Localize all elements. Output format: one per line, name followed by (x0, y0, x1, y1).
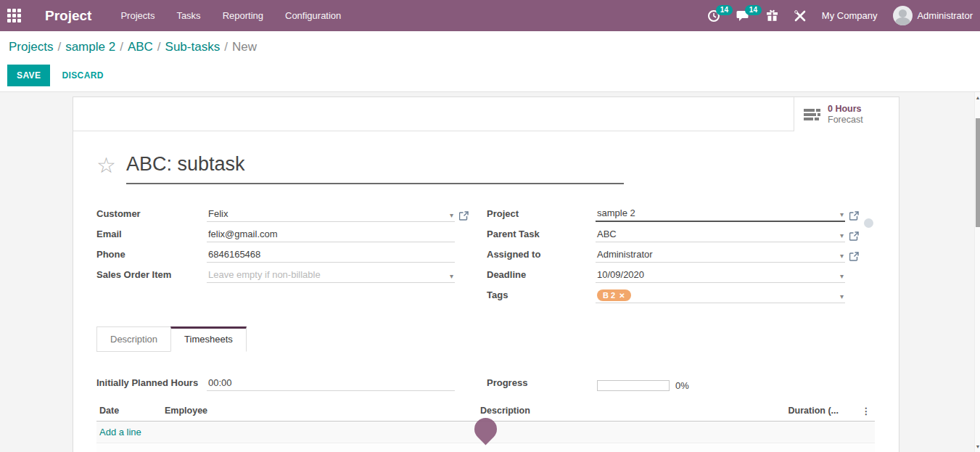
field-label: Assigned to (487, 249, 596, 263)
notebook-tabs: Description Timesheets (96, 326, 873, 352)
tools-icon (794, 10, 806, 22)
discard-button[interactable]: DISCARD (62, 70, 103, 81)
field-assigned-to: Assigned to Administrator ▾ (487, 242, 861, 263)
dropdown-caret-icon[interactable]: ▾ (840, 292, 844, 300)
tab-timesheets[interactable]: Timesheets (170, 326, 247, 352)
field-label: Sales Order Item (96, 269, 207, 283)
button-box: 0 Hours Forecast (73, 97, 899, 131)
dropdown-caret-icon[interactable]: ▾ (840, 252, 844, 260)
parent-task-input[interactable]: ABC ▾ (596, 229, 845, 242)
parent-task-value: ABC (597, 229, 617, 239)
field-sales-order-item: Sales Order Item Leave empty if non-bill… (96, 263, 471, 283)
gift-icon (766, 9, 778, 22)
add-a-line-link[interactable]: Add a line (99, 427, 141, 437)
field-progress: Progress 0% (487, 371, 861, 391)
forecast-unit: Hours (835, 104, 861, 114)
forecast-value: 0 (828, 104, 833, 114)
favorite-star-icon[interactable]: ☆ (96, 153, 116, 178)
tags-input[interactable]: B 2 ✕ ▾ (596, 289, 845, 303)
breadcrumb: Projects/sample 2/ABC/Sub-tasks/New (9, 40, 257, 54)
field-parent-task: Parent Task ABC ▾ (487, 222, 861, 242)
tag-remove-icon[interactable]: ✕ (619, 292, 625, 300)
rewards-button[interactable] (766, 9, 778, 22)
tag-label: B 2 (603, 291, 615, 300)
col-header-date[interactable]: Date (96, 406, 162, 416)
top-navbar: Project Projects Tasks Reporting Configu… (0, 0, 980, 31)
kanban-state-dot[interactable] (864, 218, 873, 228)
assigned-to-input[interactable]: Administrator ▾ (596, 249, 845, 263)
breadcrumb-separator: / (53, 40, 65, 54)
scrollbar-thumb[interactable] (976, 118, 980, 227)
breadcrumb-subtasks[interactable]: Sub-tasks (165, 40, 221, 54)
breadcrumb-abc[interactable]: ABC (128, 40, 153, 54)
dropdown-caret-icon[interactable]: ▾ (450, 211, 453, 219)
app-title: Project (45, 8, 91, 24)
menu-reporting[interactable]: Reporting (223, 10, 263, 21)
message-badge: 14 (745, 5, 762, 15)
email-value: felix@gmail.com (208, 229, 278, 239)
field-project: Project sample 2 ▾ (487, 202, 861, 222)
form-sheet: 0 Hours Forecast ☆ ABC: subtask Customer… (73, 96, 899, 452)
dropdown-caret-icon[interactable]: ▾ (450, 272, 453, 280)
company-switcher[interactable]: My Company (822, 10, 878, 21)
menu-tasks[interactable]: Tasks (176, 10, 200, 21)
field-label: Project (487, 208, 596, 222)
breadcrumb-sample2[interactable]: sample 2 (65, 40, 115, 54)
email-input[interactable]: felix@gmail.com (207, 229, 455, 242)
task-title-field[interactable]: ABC: subtask (126, 153, 624, 184)
messages-button[interactable]: 14 (736, 9, 750, 22)
deadline-input[interactable]: 10/09/2020 ▾ (596, 269, 845, 283)
breadcrumb-current: New (232, 40, 257, 54)
dropdown-caret-icon[interactable]: ▾ (840, 231, 844, 239)
customer-input[interactable]: Felix ▾ (207, 208, 455, 222)
user-name: Administrator (917, 10, 973, 21)
customer-external-link-icon[interactable] (459, 211, 471, 221)
save-button[interactable]: SAVE (7, 65, 50, 86)
field-label: Deadline (487, 269, 596, 283)
dropdown-caret-icon[interactable]: ▾ (840, 272, 844, 280)
phone-value: 6846165468 (208, 249, 260, 260)
project-external-link-icon[interactable] (849, 211, 861, 221)
planned-hours-input[interactable]: 00:00 (207, 377, 455, 391)
field-planned-hours: Initially Planned Hours 00:00 (96, 371, 471, 391)
user-menu[interactable]: Administrator (893, 6, 973, 25)
task-title: ABC: subtask (126, 153, 245, 175)
forecast-stat-button[interactable]: 0 Hours Forecast (794, 97, 899, 131)
parent-task-external-link-icon[interactable] (849, 231, 861, 241)
dropdown-caret-icon[interactable]: ▾ (840, 210, 844, 218)
field-label: Phone (96, 249, 207, 263)
apps-menu-icon[interactable] (7, 9, 22, 23)
scroll-up-icon[interactable]: ▲ (975, 95, 980, 100)
deadline-value: 10/09/2020 (597, 269, 644, 280)
progress-percent: 0% (675, 380, 689, 391)
col-header-employee[interactable]: Employee (162, 406, 477, 416)
field-label: Progress (487, 377, 597, 391)
optional-columns-icon[interactable]: ⋮ (844, 406, 875, 416)
tab-description[interactable]: Description (96, 326, 171, 352)
field-label: Tags (487, 289, 596, 303)
field-email: Email felix@gmail.com (96, 222, 471, 242)
menu-configuration[interactable]: Configuration (285, 10, 341, 21)
field-label: Initially Planned Hours (96, 377, 207, 391)
sales-order-item-input[interactable]: Leave empty if non-billable ▾ (207, 269, 455, 283)
developer-tools-button[interactable] (794, 10, 806, 22)
planned-hours-value: 00:00 (208, 377, 232, 388)
project-value: sample 2 (597, 207, 635, 218)
forecast-list-icon (803, 107, 822, 122)
scroll-down-icon[interactable]: ▼ (975, 444, 980, 449)
menu-projects[interactable]: Projects (120, 10, 155, 21)
tag-b2[interactable]: B 2 ✕ (597, 289, 631, 301)
phone-input[interactable]: 6846165468 (207, 249, 455, 263)
progress-bar (597, 380, 670, 391)
user-avatar (893, 6, 913, 25)
sales-order-item-placeholder: Leave empty if non-billable (208, 269, 321, 280)
assigned-to-external-link-icon[interactable] (849, 252, 861, 261)
customer-value: Felix (208, 208, 228, 219)
col-header-duration[interactable]: Duration (... (759, 406, 844, 416)
col-header-description[interactable]: Description (477, 406, 759, 416)
breadcrumb-projects[interactable]: Projects (9, 40, 53, 54)
forecast-label: Forecast (828, 115, 863, 125)
project-input[interactable]: sample 2 ▾ (596, 207, 845, 222)
page-scrollbar[interactable]: ▲ ▼ (974, 92, 980, 452)
activities-button[interactable]: 14 (707, 9, 720, 22)
